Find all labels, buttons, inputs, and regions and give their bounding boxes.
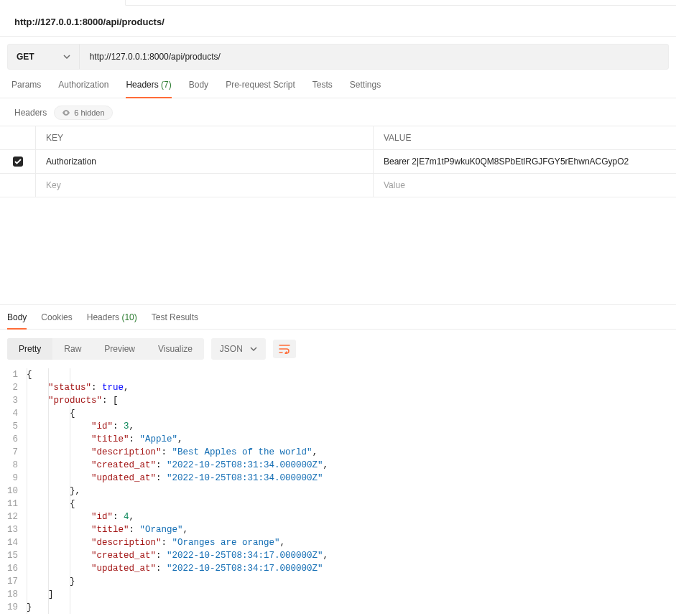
request-bar: GET http://127.0.0.1:8000/api/products/ [7, 44, 669, 70]
tab-settings[interactable]: Settings [350, 80, 381, 98]
tab-prerequest[interactable]: Pre-request Script [226, 80, 295, 98]
response-body[interactable]: 12345678910111213141516171819 { "status"… [0, 364, 676, 616]
format-select[interactable]: JSON [211, 338, 266, 360]
request-body-spacer [0, 197, 676, 305]
response-headers-count: (10) [121, 312, 136, 322]
tab-body[interactable]: Body [189, 80, 208, 98]
header-key-input[interactable]: Authorization [36, 150, 374, 173]
tab-headers-count: (7) [161, 80, 172, 90]
response-tab-body[interactable]: Body [7, 312, 27, 330]
col-value: VALUE [374, 126, 676, 149]
row-checkbox[interactable] [13, 157, 23, 167]
header-key-placeholder[interactable]: Key [36, 174, 374, 197]
headers-sub-label: Headers [14, 108, 47, 118]
tab-tests[interactable]: Tests [312, 80, 333, 98]
header-value-input[interactable]: Bearer 2|E7m1tP9wkuK0QM8SPbEtlRGJFGY5rEh… [374, 150, 676, 173]
format-value: JSON [220, 344, 243, 354]
headers-table: KEY VALUE Authorization Bearer 2|E7m1tP9… [0, 126, 676, 197]
wrap-lines-button[interactable] [273, 340, 296, 358]
tab-bar [0, 0, 676, 6]
request-tabs: Params Authorization Headers (7) Body Pr… [0, 70, 676, 98]
response-tabs: Body Cookies Headers (10) Test Results [0, 305, 676, 330]
chevron-down-icon [63, 55, 70, 59]
hidden-count-label: 6 hidden [74, 108, 104, 117]
tab-authorization[interactable]: Authorization [58, 80, 108, 98]
view-toolbar: Pretty Raw Preview Visualize JSON [0, 330, 676, 364]
url-input[interactable]: http://127.0.0.1:8000/api/products/ [80, 45, 668, 69]
eye-icon [62, 110, 70, 116]
view-pretty-button[interactable]: Pretty [7, 338, 52, 360]
hidden-toggle[interactable]: 6 hidden [54, 106, 112, 120]
response-headers-label: Headers [87, 312, 119, 322]
headers-sub-bar: Headers 6 hidden [0, 98, 676, 126]
table-row: Authorization Bearer 2|E7m1tP9wkuK0QM8SP… [0, 150, 676, 174]
view-visualize-button[interactable]: Visualize [147, 338, 204, 360]
response-tab-cookies[interactable]: Cookies [41, 312, 72, 329]
headers-table-header-row: KEY VALUE [0, 126, 676, 150]
table-row-empty: Key Value [0, 174, 676, 197]
response-tab-test-results[interactable]: Test Results [152, 312, 198, 329]
chevron-down-icon [250, 347, 257, 351]
request-title: http://127.0.0.1:8000/api/products/ [0, 6, 676, 37]
method-value: GET [17, 52, 34, 62]
code-content: { "status": true, "products": [ { "id": … [27, 368, 328, 614]
tab-headers[interactable]: Headers (7) [126, 80, 171, 98]
method-select[interactable]: GET [8, 45, 80, 69]
view-preview-button[interactable]: Preview [93, 338, 147, 360]
col-key: KEY [36, 126, 374, 149]
view-raw-button[interactable]: Raw [52, 338, 93, 360]
tab-params[interactable]: Params [11, 80, 41, 98]
header-value-placeholder[interactable]: Value [374, 174, 676, 197]
response-tab-headers[interactable]: Headers (10) [87, 312, 137, 329]
view-mode-group: Pretty Raw Preview Visualize [7, 338, 204, 360]
line-gutter: 12345678910111213141516171819 [7, 368, 27, 614]
active-editor-tab[interactable] [0, 0, 126, 6]
wrap-icon [279, 344, 290, 354]
tab-headers-label: Headers [126, 80, 158, 90]
